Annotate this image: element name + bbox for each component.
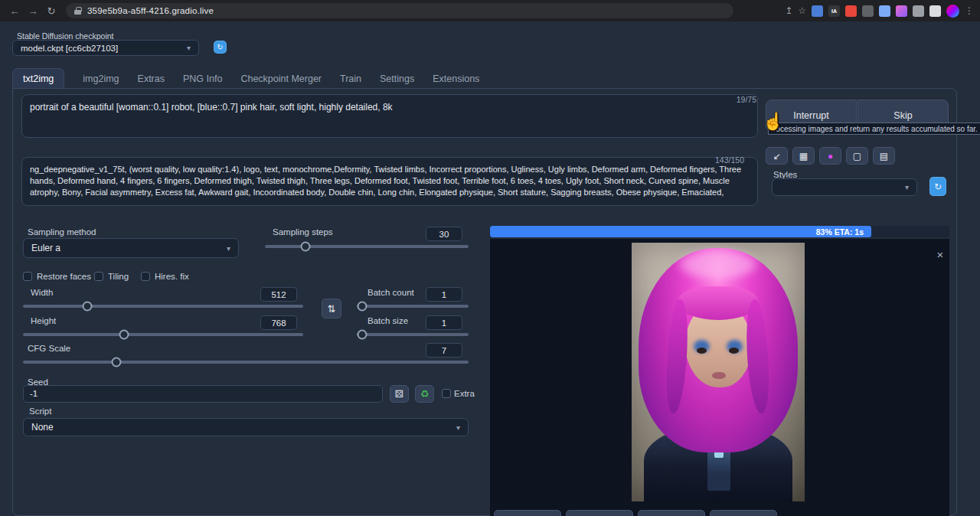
tab-extensions[interactable]: Extensions <box>433 69 479 89</box>
slider-thumb[interactable] <box>112 358 122 367</box>
chevron-down-icon: ▾ <box>905 183 909 191</box>
share-icon[interactable]: ↥ <box>785 5 792 16</box>
styles-select[interactable]: ▾ <box>772 178 917 196</box>
width-label: Width <box>31 288 53 297</box>
recycle-icon: ♻ <box>420 388 430 400</box>
reuse-seed-button[interactable]: ♻ <box>415 385 434 403</box>
refresh-icon: ↻ <box>217 43 223 51</box>
extension-ia-icon[interactable]: IA <box>828 5 840 17</box>
close-image-icon[interactable]: × <box>933 247 947 261</box>
negative-prompt-token-counter: 143/150 <box>698 155 744 165</box>
restore-faces-checkbox[interactable] <box>23 272 32 281</box>
cfg-scale-input[interactable]: 7 <box>426 343 462 358</box>
url-text: 359e5b9a-a5ff-4216.gradio.live <box>87 6 214 15</box>
extension-screenshot-icon[interactable] <box>862 5 874 17</box>
extra-seed-label: Extra <box>454 389 475 398</box>
checkpoint-value: model.ckpt [cc6cb27103] <box>21 44 118 53</box>
slider-thumb[interactable] <box>83 302 93 312</box>
height-input[interactable]: 768 <box>260 315 297 330</box>
tab-txt2img[interactable]: txt2img <box>12 68 64 89</box>
slider-thumb[interactable] <box>301 242 311 252</box>
batch-count-input[interactable]: 1 <box>426 287 462 302</box>
tab-png-info[interactable]: PNG Info <box>183 69 222 89</box>
hires-fix-checkbox[interactable] <box>141 272 150 281</box>
script-value: None <box>31 422 54 433</box>
back-icon[interactable]: ← <box>6 2 23 19</box>
extra-seed-checkbox[interactable] <box>442 389 451 398</box>
tab-train[interactable]: Train <box>340 69 361 89</box>
script-select[interactable]: None ▾ <box>23 418 469 436</box>
sampling-method-label: Sampling method <box>28 227 96 237</box>
save-style-button[interactable]: ▤ <box>873 147 895 165</box>
width-slider[interactable] <box>23 305 303 308</box>
portrait-eye-right <box>729 348 740 354</box>
save-style-icon: ▤ <box>880 151 888 162</box>
refresh-icon: ↻ <box>934 181 942 192</box>
gallery-buttons <box>494 510 777 516</box>
height-label: Height <box>31 316 56 325</box>
browser-toolbar: ← → ↻ 359e5b9a-a5ff-4216.gradio.live ↥ ☆… <box>0 0 980 21</box>
palette-grid-icon: ▦ <box>799 151 808 162</box>
slider-thumb[interactable] <box>119 330 129 340</box>
random-seed-button[interactable]: ⚄ <box>390 385 409 403</box>
bookmark-star-icon[interactable]: ☆ <box>798 5 806 16</box>
styles-refresh-button[interactable]: ↻ <box>929 177 946 196</box>
progress-text: 83% ETA: 1s <box>816 227 864 237</box>
gallery-button[interactable] <box>710 510 777 516</box>
extension-purple-icon[interactable] <box>896 5 907 17</box>
sampling-steps-label: Sampling steps <box>273 227 333 237</box>
sampling-method-select[interactable]: Euler a ▾ <box>23 238 239 258</box>
extension-lightblue-icon[interactable] <box>879 5 890 17</box>
card-icon: ▢ <box>853 151 861 162</box>
main-tabs: txt2img img2img Extras PNG Info Checkpoi… <box>12 69 479 89</box>
paste-arrow-icon: ↙ <box>773 151 780 162</box>
tab-extras[interactable]: Extras <box>138 69 165 89</box>
swap-dimensions-button[interactable]: ⇅ <box>322 299 341 318</box>
batch-size-slider[interactable] <box>357 333 469 336</box>
sampling-method-value: Euler a <box>31 243 60 253</box>
tab-settings[interactable]: Settings <box>380 69 414 89</box>
menu-icon[interactable]: ⋮ <box>965 5 974 16</box>
slider-thumb[interactable] <box>358 302 368 312</box>
extension-blue-icon[interactable] <box>812 5 823 17</box>
hires-fix-label: Hires. fix <box>155 272 189 281</box>
checkpoint-refresh-button[interactable]: ↻ <box>214 41 227 54</box>
extensions-puzzle-icon[interactable] <box>913 5 924 17</box>
batch-size-input[interactable]: 1 <box>426 315 462 330</box>
sampling-steps-input[interactable]: 30 <box>426 227 462 241</box>
profile-avatar[interactable] <box>946 5 959 18</box>
negative-prompt-textarea[interactable]: ng_deepnegative_v1_75t, (worst quality, … <box>21 157 758 206</box>
seed-input[interactable]: -1 <box>23 385 383 403</box>
screen: ← → ↻ 359e5b9a-a5ff-4216.gradio.live ↥ ☆… <box>0 0 980 516</box>
card-button[interactable]: ▢ <box>846 147 868 165</box>
paste-params-button[interactable]: ↙ <box>766 147 788 165</box>
extension-red-icon[interactable] <box>845 5 857 17</box>
magenta-dot-icon: ● <box>828 151 833 162</box>
palette-button[interactable]: ▦ <box>792 147 815 165</box>
chevron-down-icon: ▾ <box>187 44 191 52</box>
refresh-icon[interactable]: ↻ <box>43 2 60 19</box>
swap-icon: ⇅ <box>328 303 336 315</box>
tiling-checkbox[interactable] <box>94 272 103 281</box>
sampling-steps-slider[interactable] <box>265 245 469 248</box>
magenta-dot-button[interactable]: ● <box>819 147 841 165</box>
interrupt-tooltip: rocessing images and return any results … <box>768 122 980 135</box>
slider-thumb[interactable] <box>358 330 368 340</box>
dice-icon: ⚄ <box>395 388 403 400</box>
side-panel-icon[interactable] <box>929 5 941 17</box>
forward-icon[interactable]: → <box>24 2 41 19</box>
tab-img2img[interactable]: img2img <box>83 69 119 89</box>
gallery-button[interactable] <box>494 510 561 516</box>
tab-checkpoint-merger[interactable]: Checkpoint Merger <box>240 69 322 89</box>
address-bar[interactable]: 359e5b9a-a5ff-4216.gradio.live <box>66 3 733 18</box>
checkpoint-select[interactable]: model.ckpt [cc6cb27103] ▾ <box>12 40 199 56</box>
lock-icon <box>74 6 82 15</box>
cfg-scale-slider[interactable] <box>23 361 469 364</box>
height-slider[interactable] <box>23 333 303 336</box>
batch-count-slider[interactable] <box>357 305 469 308</box>
gallery-button[interactable] <box>638 510 705 516</box>
width-input[interactable]: 512 <box>260 287 297 302</box>
generated-image[interactable] <box>632 243 805 501</box>
gallery-button[interactable] <box>566 510 633 516</box>
prompt-textarea[interactable]: portrait of a beautiful [woman::0.1] rob… <box>21 94 758 138</box>
